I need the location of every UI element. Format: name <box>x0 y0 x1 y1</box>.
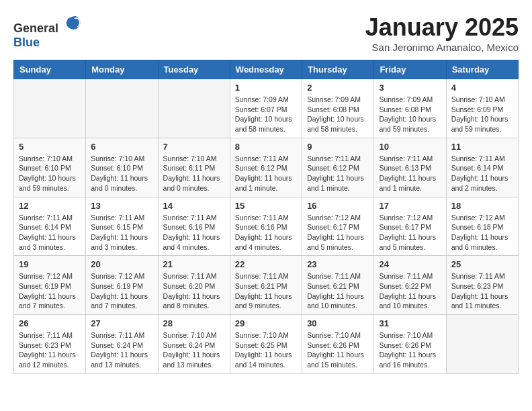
day-info: Sunrise: 7:11 AM Sunset: 6:12 PM Dayligh… <box>307 154 369 193</box>
day-number: 31 <box>379 318 441 328</box>
day-number: 9 <box>307 142 369 152</box>
day-number: 25 <box>451 259 513 269</box>
day-info: Sunrise: 7:11 AM Sunset: 6:14 PM Dayligh… <box>19 213 81 253</box>
month-title: January 2025 <box>365 13 519 42</box>
day-number: 13 <box>91 201 152 211</box>
day-number: 5 <box>19 142 81 152</box>
day-info: Sunrise: 7:11 AM Sunset: 6:20 PM Dayligh… <box>163 271 225 311</box>
day-info: Sunrise: 7:11 AM Sunset: 6:21 PM Dayligh… <box>235 271 297 311</box>
calendar-table: SundayMondayTuesdayWednesdayThursdayFrid… <box>13 60 519 374</box>
calendar-day-28: 28Sunrise: 7:10 AM Sunset: 6:24 PM Dayli… <box>158 315 230 374</box>
day-info: Sunrise: 7:10 AM Sunset: 6:10 PM Dayligh… <box>19 154 81 193</box>
day-info: Sunrise: 7:12 AM Sunset: 6:19 PM Dayligh… <box>19 271 81 311</box>
day-number: 4 <box>451 83 513 93</box>
calendar-day-22: 22Sunrise: 7:11 AM Sunset: 6:21 PM Dayli… <box>230 256 302 315</box>
day-header-sunday: Sunday <box>14 60 86 79</box>
day-info: Sunrise: 7:12 AM Sunset: 6:17 PM Dayligh… <box>379 213 441 253</box>
day-number: 1 <box>235 83 297 93</box>
calendar-day-empty <box>446 315 518 374</box>
day-info: Sunrise: 7:11 AM Sunset: 6:16 PM Dayligh… <box>235 213 297 253</box>
day-info: Sunrise: 7:11 AM Sunset: 6:12 PM Dayligh… <box>235 154 297 193</box>
calendar-day-21: 21Sunrise: 7:11 AM Sunset: 6:20 PM Dayli… <box>158 256 230 315</box>
calendar-week-row: 12Sunrise: 7:11 AM Sunset: 6:14 PM Dayli… <box>14 197 519 256</box>
day-number: 22 <box>235 259 297 269</box>
calendar-day-1: 1Sunrise: 7:09 AM Sunset: 6:07 PM Daylig… <box>230 79 302 138</box>
calendar-day-7: 7Sunrise: 7:10 AM Sunset: 6:11 PM Daylig… <box>158 138 230 197</box>
logo-general: General <box>13 21 58 35</box>
calendar-week-row: 5Sunrise: 7:10 AM Sunset: 6:10 PM Daylig… <box>14 138 519 197</box>
day-number: 21 <box>163 259 225 269</box>
logo: General Blue <box>13 13 82 50</box>
location-subtitle: San Jeronimo Amanalco, Mexico <box>365 42 519 53</box>
day-info: Sunrise: 7:11 AM Sunset: 6:15 PM Dayligh… <box>91 213 152 253</box>
title-block: January 2025 San Jeronimo Amanalco, Mexi… <box>365 13 519 53</box>
calendar-day-27: 27Sunrise: 7:11 AM Sunset: 6:24 PM Dayli… <box>86 315 158 374</box>
calendar-day-18: 18Sunrise: 7:12 AM Sunset: 6:18 PM Dayli… <box>446 197 518 256</box>
day-number: 30 <box>307 318 369 328</box>
calendar-day-8: 8Sunrise: 7:11 AM Sunset: 6:12 PM Daylig… <box>230 138 302 197</box>
day-number: 27 <box>91 318 152 328</box>
logo-blue: Blue <box>13 36 40 49</box>
day-header-saturday: Saturday <box>446 60 518 79</box>
day-number: 15 <box>235 201 297 211</box>
calendar-day-17: 17Sunrise: 7:12 AM Sunset: 6:17 PM Dayli… <box>374 197 446 256</box>
day-number: 12 <box>19 201 81 211</box>
day-info: Sunrise: 7:11 AM Sunset: 6:16 PM Dayligh… <box>163 213 225 253</box>
day-header-wednesday: Wednesday <box>230 60 302 79</box>
day-info: Sunrise: 7:09 AM Sunset: 6:08 PM Dayligh… <box>379 95 441 134</box>
day-number: 28 <box>163 318 225 328</box>
day-number: 26 <box>19 318 81 328</box>
day-number: 6 <box>91 142 152 152</box>
calendar-day-empty <box>86 79 158 138</box>
calendar-day-31: 31Sunrise: 7:10 AM Sunset: 6:26 PM Dayli… <box>374 315 446 374</box>
calendar-day-29: 29Sunrise: 7:10 AM Sunset: 6:25 PM Dayli… <box>230 315 302 374</box>
day-info: Sunrise: 7:11 AM Sunset: 6:24 PM Dayligh… <box>91 330 152 370</box>
calendar-day-25: 25Sunrise: 7:11 AM Sunset: 6:23 PM Dayli… <box>446 256 518 315</box>
day-info: Sunrise: 7:11 AM Sunset: 6:13 PM Dayligh… <box>379 154 441 193</box>
calendar-week-row: 26Sunrise: 7:11 AM Sunset: 6:23 PM Dayli… <box>14 315 519 374</box>
calendar-day-24: 24Sunrise: 7:11 AM Sunset: 6:22 PM Dayli… <box>374 256 446 315</box>
calendar-day-26: 26Sunrise: 7:11 AM Sunset: 6:23 PM Dayli… <box>14 315 86 374</box>
day-number: 18 <box>451 201 513 211</box>
calendar-day-10: 10Sunrise: 7:11 AM Sunset: 6:13 PM Dayli… <box>374 138 446 197</box>
calendar-day-empty <box>14 79 86 138</box>
day-info: Sunrise: 7:12 AM Sunset: 6:18 PM Dayligh… <box>451 213 513 253</box>
day-info: Sunrise: 7:10 AM Sunset: 6:26 PM Dayligh… <box>379 330 441 370</box>
calendar-day-15: 15Sunrise: 7:11 AM Sunset: 6:16 PM Dayli… <box>230 197 302 256</box>
day-number: 7 <box>163 142 225 152</box>
calendar-day-30: 30Sunrise: 7:10 AM Sunset: 6:26 PM Dayli… <box>302 315 374 374</box>
calendar-header-row: SundayMondayTuesdayWednesdayThursdayFrid… <box>14 60 519 79</box>
day-number: 23 <box>307 259 369 269</box>
day-number: 14 <box>163 201 225 211</box>
day-info: Sunrise: 7:10 AM Sunset: 6:26 PM Dayligh… <box>307 330 369 370</box>
day-number: 24 <box>379 259 441 269</box>
calendar-day-12: 12Sunrise: 7:11 AM Sunset: 6:14 PM Dayli… <box>14 197 86 256</box>
calendar-day-19: 19Sunrise: 7:12 AM Sunset: 6:19 PM Dayli… <box>14 256 86 315</box>
day-info: Sunrise: 7:11 AM Sunset: 6:23 PM Dayligh… <box>19 330 81 370</box>
calendar-day-23: 23Sunrise: 7:11 AM Sunset: 6:21 PM Dayli… <box>302 256 374 315</box>
day-number: 11 <box>451 142 513 152</box>
calendar-day-14: 14Sunrise: 7:11 AM Sunset: 6:16 PM Dayli… <box>158 197 230 256</box>
calendar-day-20: 20Sunrise: 7:12 AM Sunset: 6:19 PM Dayli… <box>86 256 158 315</box>
logo-icon <box>63 13 82 32</box>
day-info: Sunrise: 7:09 AM Sunset: 6:07 PM Dayligh… <box>235 95 297 134</box>
calendar-day-5: 5Sunrise: 7:10 AM Sunset: 6:10 PM Daylig… <box>14 138 86 197</box>
day-info: Sunrise: 7:10 AM Sunset: 6:10 PM Dayligh… <box>91 154 152 193</box>
day-header-friday: Friday <box>374 60 446 79</box>
day-info: Sunrise: 7:10 AM Sunset: 6:25 PM Dayligh… <box>235 330 297 370</box>
day-number: 16 <box>307 201 369 211</box>
day-header-thursday: Thursday <box>302 60 374 79</box>
day-info: Sunrise: 7:10 AM Sunset: 6:09 PM Dayligh… <box>451 95 513 134</box>
day-number: 29 <box>235 318 297 328</box>
calendar-week-row: 19Sunrise: 7:12 AM Sunset: 6:19 PM Dayli… <box>14 256 519 315</box>
calendar-week-row: 1Sunrise: 7:09 AM Sunset: 6:07 PM Daylig… <box>14 79 519 138</box>
calendar-day-6: 6Sunrise: 7:10 AM Sunset: 6:10 PM Daylig… <box>86 138 158 197</box>
day-number: 19 <box>19 259 81 269</box>
calendar-day-2: 2Sunrise: 7:09 AM Sunset: 6:08 PM Daylig… <box>302 79 374 138</box>
day-info: Sunrise: 7:11 AM Sunset: 6:21 PM Dayligh… <box>307 271 369 311</box>
day-number: 20 <box>91 259 152 269</box>
day-info: Sunrise: 7:09 AM Sunset: 6:08 PM Dayligh… <box>307 95 369 134</box>
day-number: 3 <box>379 83 441 93</box>
day-number: 8 <box>235 142 297 152</box>
calendar-day-16: 16Sunrise: 7:12 AM Sunset: 6:17 PM Dayli… <box>302 197 374 256</box>
